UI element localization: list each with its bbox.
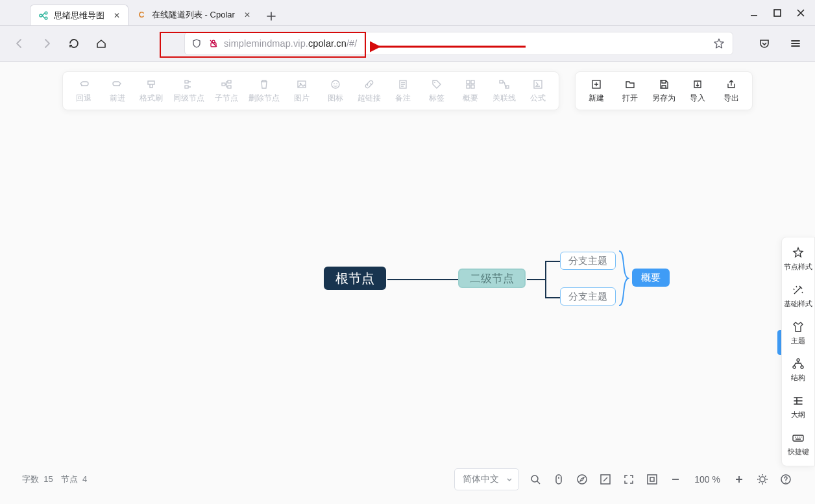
edge [545, 261, 546, 298]
edge [545, 261, 560, 262]
help-button[interactable] [779, 472, 793, 486]
wand-icon [792, 283, 805, 296]
bottom-toolbar: 简体中文 100 % [454, 466, 793, 492]
fit-button[interactable] [622, 472, 636, 486]
svg-point-32 [578, 475, 587, 484]
search-button[interactable] [528, 472, 542, 486]
mindmap-branch-node[interactable]: 分支主题 [560, 252, 616, 270]
edit-button[interactable] [598, 472, 613, 486]
edge [387, 279, 458, 280]
window-maximize-button[interactable] [767, 3, 788, 23]
tab-title: 思绪思维导图 [54, 10, 104, 21]
summary-bracket-icon [618, 250, 629, 307]
mouse-mode-button[interactable] [552, 472, 566, 486]
tab-title: 在线隧道列表 - Cpolar [152, 9, 235, 21]
hamburger-menu-icon[interactable] [785, 33, 806, 54]
language-select[interactable]: 简体中文 [454, 468, 519, 490]
svg-point-0 [40, 14, 42, 17]
nav-forward-button[interactable] [36, 33, 57, 54]
window-controls [744, 0, 811, 26]
mindmap-branch-node[interactable]: 分支主题 [560, 287, 616, 306]
mindmap-root-node[interactable]: 根节点 [324, 267, 386, 290]
svg-point-26 [797, 359, 799, 361]
darkmode-button[interactable] [755, 472, 770, 486]
new-tab-button[interactable] [262, 7, 280, 25]
tracking-shield-icon[interactable] [191, 38, 202, 49]
chevron-down-icon [505, 475, 513, 483]
svg-rect-31 [556, 475, 561, 484]
svg-point-1 [45, 12, 47, 14]
word-count: 字数 15 [22, 474, 53, 485]
edge [545, 297, 560, 298]
zoom-in-button[interactable] [732, 472, 746, 486]
outline-button[interactable]: 大纲 [782, 392, 814, 422]
base-style-button[interactable]: 基础样式 [782, 281, 814, 311]
edge [527, 279, 545, 280]
svg-point-36 [760, 477, 765, 482]
svg-point-2 [45, 17, 47, 19]
shortcut-button[interactable]: 快捷键 [782, 429, 814, 459]
nav-back-button[interactable] [9, 33, 30, 54]
mindmap-canvas[interactable]: 根节点 二级节点 分支主题 分支主题 概要 [0, 62, 815, 504]
zoom-out-button[interactable] [668, 472, 683, 486]
center-button[interactable] [645, 472, 659, 486]
shirt-icon [792, 320, 805, 333]
url-text: simplemindmap.vip.cpolar.cn/#/ [224, 38, 357, 49]
svg-rect-29 [793, 435, 803, 441]
bookmark-star-icon[interactable] [713, 38, 725, 49]
title-bar: 思绪思维导图 ✕ C 在线隧道列表 - Cpolar ✕ [0, 0, 815, 26]
compass-button[interactable] [575, 472, 589, 486]
structure-button[interactable]: 结构 [782, 355, 814, 385]
zoom-value: 100 % [692, 474, 723, 485]
favicon-mindmap-icon [38, 10, 49, 21]
status-bar: 字数 15 节点 4 [22, 474, 87, 485]
tab-close-icon[interactable]: ✕ [114, 11, 120, 20]
tab-inactive[interactable]: C 在线隧道列表 - Cpolar ✕ [128, 5, 258, 25]
nav-home-button[interactable] [91, 33, 112, 54]
window-minimize-button[interactable] [744, 3, 764, 23]
keyboard-icon [792, 431, 805, 444]
window-close-button[interactable] [790, 3, 811, 23]
side-panel: 节点样式 基础样式 主题 结构 大纲 快捷键 [781, 237, 815, 466]
node-style-button[interactable]: 节点样式 [782, 244, 814, 274]
theme-button[interactable]: 主题 [782, 318, 814, 348]
annotation-arrow-icon [370, 37, 532, 56]
node-count: 节点 4 [61, 474, 87, 485]
svg-point-28 [801, 366, 803, 368]
svg-rect-3 [774, 10, 781, 16]
mindmap-summary-node[interactable]: 概要 [632, 269, 670, 287]
save-pocket-icon[interactable] [754, 33, 775, 54]
star-icon [792, 246, 805, 259]
tab-active[interactable]: 思绪思维导图 ✕ [30, 5, 128, 25]
structure-icon [792, 357, 805, 370]
svg-point-27 [793, 366, 796, 368]
nav-reload-button[interactable] [64, 33, 84, 54]
mindmap-secondary-node[interactable]: 二级节点 [458, 269, 526, 288]
svg-rect-34 [648, 475, 657, 484]
app-area: 回退 前进 格式刷 同级节点 子节点 删除节点 图片 图标 超链接 备注 标签 … [0, 62, 815, 504]
favicon-cpolar-icon: C [136, 10, 147, 20]
outline-icon [792, 394, 805, 407]
tab-close-icon[interactable]: ✕ [244, 10, 250, 19]
insecure-icon [208, 38, 219, 49]
svg-point-30 [531, 475, 538, 482]
svg-rect-35 [650, 477, 654, 481]
